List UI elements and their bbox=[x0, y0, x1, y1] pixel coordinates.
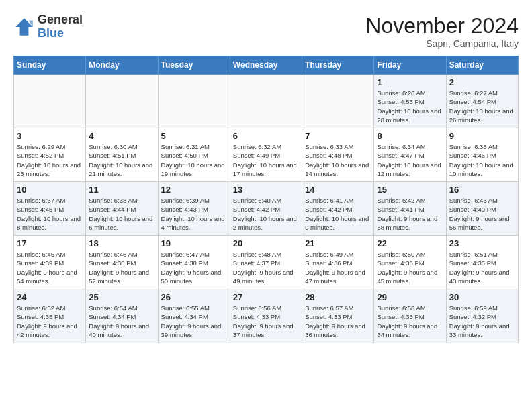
calendar-cell: 29Sunrise: 6:58 AM Sunset: 4:33 PM Dayli… bbox=[374, 289, 446, 343]
day-number: 20 bbox=[233, 238, 299, 248]
day-info: Sunrise: 6:39 AM Sunset: 4:43 PM Dayligh… bbox=[161, 196, 227, 232]
day-number: 2 bbox=[449, 77, 515, 87]
day-number: 15 bbox=[377, 185, 443, 195]
calendar-cell: 4Sunrise: 6:30 AM Sunset: 4:51 PM Daylig… bbox=[86, 128, 158, 182]
header-tuesday: Tuesday bbox=[158, 56, 230, 75]
day-number: 25 bbox=[89, 292, 154, 302]
week-row-2: 3Sunrise: 6:29 AM Sunset: 4:52 PM Daylig… bbox=[14, 128, 519, 182]
day-info: Sunrise: 6:52 AM Sunset: 4:35 PM Dayligh… bbox=[17, 304, 83, 339]
day-number: 13 bbox=[233, 185, 299, 195]
day-info: Sunrise: 6:31 AM Sunset: 4:50 PM Dayligh… bbox=[161, 142, 227, 178]
calendar-cell: 13Sunrise: 6:40 AM Sunset: 4:42 PM Dayli… bbox=[230, 182, 302, 236]
day-info: Sunrise: 6:49 AM Sunset: 4:36 PM Dayligh… bbox=[305, 250, 371, 285]
day-number: 8 bbox=[377, 131, 443, 141]
day-number: 7 bbox=[305, 131, 371, 141]
day-info: Sunrise: 6:51 AM Sunset: 4:35 PM Dayligh… bbox=[449, 250, 515, 285]
header-thursday: Thursday bbox=[302, 56, 374, 75]
day-info: Sunrise: 6:29 AM Sunset: 4:52 PM Dayligh… bbox=[17, 142, 83, 178]
day-info: Sunrise: 6:34 AM Sunset: 4:47 PM Dayligh… bbox=[377, 142, 443, 178]
day-info: Sunrise: 6:59 AM Sunset: 4:32 PM Dayligh… bbox=[449, 304, 515, 339]
calendar-cell: 20Sunrise: 6:48 AM Sunset: 4:37 PM Dayli… bbox=[230, 236, 302, 289]
day-info: Sunrise: 6:37 AM Sunset: 4:45 PM Dayligh… bbox=[17, 196, 83, 232]
week-row-5: 24Sunrise: 6:52 AM Sunset: 4:35 PM Dayli… bbox=[14, 289, 519, 343]
day-info: Sunrise: 6:27 AM Sunset: 4:54 PM Dayligh… bbox=[449, 89, 515, 124]
calendar-cell: 23Sunrise: 6:51 AM Sunset: 4:35 PM Dayli… bbox=[446, 236, 518, 289]
day-info: Sunrise: 6:30 AM Sunset: 4:51 PM Dayligh… bbox=[89, 142, 154, 178]
calendar-cell: 21Sunrise: 6:49 AM Sunset: 4:36 PM Dayli… bbox=[302, 236, 374, 289]
day-info: Sunrise: 6:33 AM Sunset: 4:48 PM Dayligh… bbox=[305, 142, 371, 178]
calendar-cell: 28Sunrise: 6:57 AM Sunset: 4:33 PM Dayli… bbox=[302, 289, 374, 343]
day-number: 5 bbox=[161, 131, 227, 141]
calendar-cell: 15Sunrise: 6:42 AM Sunset: 4:41 PM Dayli… bbox=[374, 182, 446, 236]
calendar-cell: 12Sunrise: 6:39 AM Sunset: 4:43 PM Dayli… bbox=[158, 182, 230, 236]
calendar-cell: 30Sunrise: 6:59 AM Sunset: 4:32 PM Dayli… bbox=[446, 289, 518, 343]
day-number: 19 bbox=[161, 238, 227, 248]
day-number: 28 bbox=[305, 292, 371, 302]
calendar-cell bbox=[14, 75, 86, 128]
day-number: 14 bbox=[305, 185, 371, 195]
day-info: Sunrise: 6:42 AM Sunset: 4:41 PM Dayligh… bbox=[377, 196, 443, 232]
calendar-header: SundayMondayTuesdayWednesdayThursdayFrid… bbox=[14, 56, 519, 75]
header-row: SundayMondayTuesdayWednesdayThursdayFrid… bbox=[14, 56, 519, 75]
calendar-cell: 2Sunrise: 6:27 AM Sunset: 4:54 PM Daylig… bbox=[446, 75, 518, 128]
calendar-cell: 24Sunrise: 6:52 AM Sunset: 4:35 PM Dayli… bbox=[14, 289, 86, 343]
day-number: 3 bbox=[17, 131, 83, 141]
calendar-cell bbox=[302, 75, 374, 128]
calendar-cell: 17Sunrise: 6:45 AM Sunset: 4:39 PM Dayli… bbox=[14, 236, 86, 289]
header-monday: Monday bbox=[86, 56, 158, 75]
logo-text: General Blue bbox=[38, 13, 83, 40]
week-row-1: 1Sunrise: 6:26 AM Sunset: 4:55 PM Daylig… bbox=[14, 75, 519, 128]
day-number: 10 bbox=[17, 185, 83, 195]
calendar-cell: 11Sunrise: 6:38 AM Sunset: 4:44 PM Dayli… bbox=[86, 182, 158, 236]
day-number: 17 bbox=[17, 238, 83, 248]
header-wednesday: Wednesday bbox=[230, 56, 302, 75]
week-row-4: 17Sunrise: 6:45 AM Sunset: 4:39 PM Dayli… bbox=[14, 236, 519, 289]
day-info: Sunrise: 6:46 AM Sunset: 4:38 PM Dayligh… bbox=[89, 250, 154, 285]
logo-icon bbox=[13, 16, 35, 38]
day-number: 22 bbox=[377, 238, 443, 248]
day-number: 16 bbox=[449, 185, 515, 195]
day-info: Sunrise: 6:41 AM Sunset: 4:42 PM Dayligh… bbox=[305, 196, 371, 232]
day-info: Sunrise: 6:56 AM Sunset: 4:33 PM Dayligh… bbox=[233, 304, 299, 339]
calendar-cell: 1Sunrise: 6:26 AM Sunset: 4:55 PM Daylig… bbox=[374, 75, 446, 128]
calendar-cell: 7Sunrise: 6:33 AM Sunset: 4:48 PM Daylig… bbox=[302, 128, 374, 182]
header-sunday: Sunday bbox=[14, 56, 86, 75]
calendar-table: SundayMondayTuesdayWednesdayThursdayFrid… bbox=[13, 56, 519, 343]
day-number: 21 bbox=[305, 238, 371, 248]
calendar-cell: 3Sunrise: 6:29 AM Sunset: 4:52 PM Daylig… bbox=[14, 128, 86, 182]
day-number: 26 bbox=[161, 292, 227, 302]
calendar-cell: 19Sunrise: 6:47 AM Sunset: 4:38 PM Dayli… bbox=[158, 236, 230, 289]
day-number: 30 bbox=[449, 292, 515, 302]
header: General Blue November 2024 Sapri, Campan… bbox=[13, 13, 519, 49]
calendar-cell bbox=[86, 75, 158, 128]
week-row-3: 10Sunrise: 6:37 AM Sunset: 4:45 PM Dayli… bbox=[14, 182, 519, 236]
calendar-cell bbox=[230, 75, 302, 128]
month-title: November 2024 bbox=[365, 13, 519, 38]
calendar-cell: 27Sunrise: 6:56 AM Sunset: 4:33 PM Dayli… bbox=[230, 289, 302, 343]
header-friday: Friday bbox=[374, 56, 446, 75]
day-info: Sunrise: 6:55 AM Sunset: 4:34 PM Dayligh… bbox=[161, 304, 227, 339]
calendar-cell: 18Sunrise: 6:46 AM Sunset: 4:38 PM Dayli… bbox=[86, 236, 158, 289]
day-number: 29 bbox=[377, 292, 443, 302]
day-info: Sunrise: 6:35 AM Sunset: 4:46 PM Dayligh… bbox=[449, 142, 515, 178]
day-number: 1 bbox=[377, 77, 443, 87]
day-number: 23 bbox=[449, 238, 515, 248]
calendar-cell: 6Sunrise: 6:32 AM Sunset: 4:49 PM Daylig… bbox=[230, 128, 302, 182]
day-number: 12 bbox=[161, 185, 227, 195]
logo-blue-text: Blue bbox=[38, 27, 83, 40]
logo-general-text: General bbox=[38, 13, 83, 27]
calendar-cell bbox=[158, 75, 230, 128]
title-section: November 2024 Sapri, Campania, Italy bbox=[365, 13, 519, 49]
day-info: Sunrise: 6:38 AM Sunset: 4:44 PM Dayligh… bbox=[89, 196, 154, 232]
day-number: 4 bbox=[89, 131, 154, 141]
calendar-cell: 8Sunrise: 6:34 AM Sunset: 4:47 PM Daylig… bbox=[374, 128, 446, 182]
day-info: Sunrise: 6:47 AM Sunset: 4:38 PM Dayligh… bbox=[161, 250, 227, 285]
day-number: 18 bbox=[89, 238, 154, 248]
logo: General Blue bbox=[13, 13, 83, 40]
day-number: 27 bbox=[233, 292, 299, 302]
day-info: Sunrise: 6:57 AM Sunset: 4:33 PM Dayligh… bbox=[305, 304, 371, 339]
day-info: Sunrise: 6:26 AM Sunset: 4:55 PM Dayligh… bbox=[377, 89, 443, 124]
calendar-body: 1Sunrise: 6:26 AM Sunset: 4:55 PM Daylig… bbox=[14, 75, 519, 343]
calendar-cell: 9Sunrise: 6:35 AM Sunset: 4:46 PM Daylig… bbox=[446, 128, 518, 182]
day-number: 24 bbox=[17, 292, 83, 302]
